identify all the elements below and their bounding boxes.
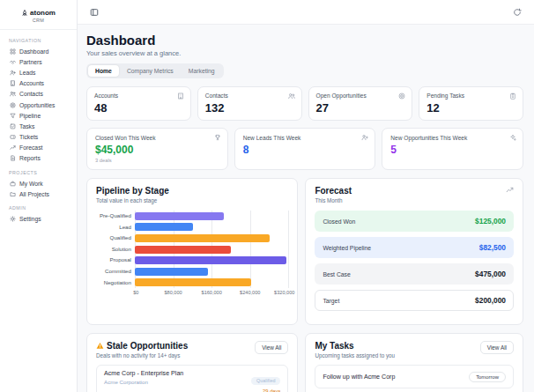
- logo: atonom CRM: [0, 7, 77, 30]
- forecast-row-weighted-pipeline: Weighted Pipeline $82,500: [315, 237, 514, 258]
- sidebar: atonom CRM Navigation Dashboard Partners…: [0, 0, 78, 392]
- folder-icon: [10, 191, 16, 197]
- sidebar-item-tickets[interactable]: Tickets: [7, 132, 70, 143]
- file-icon: [10, 155, 16, 161]
- sidebar-item-reports[interactable]: Reports: [7, 153, 70, 164]
- sidebar-item-tasks[interactable]: Tasks: [7, 121, 70, 131]
- forecast-title: Forecast: [315, 186, 352, 196]
- chart-x-axis: $0 $80,000 $160,000 $240,000 $320,000: [135, 290, 288, 298]
- sidebar-item-pipeline[interactable]: Pipeline: [7, 110, 70, 121]
- chart-bar-committed: [135, 268, 208, 276]
- forecast-row-closed-won: Closed Won $125,000: [315, 211, 514, 232]
- forecast-subtitle: This Month: [315, 197, 352, 203]
- user-plus-icon: [10, 70, 16, 76]
- stage-badge: Qualified: [251, 377, 280, 385]
- view-all-stale-button[interactable]: View All: [255, 341, 288, 354]
- week-stats-row: Closed Won This Week $45,000 3 deals New…: [86, 128, 523, 170]
- app-window: atonom CRM Navigation Dashboard Partners…: [0, 0, 534, 392]
- sidebar-item-opportunities[interactable]: Opportunities: [7, 100, 70, 110]
- page-subtitle: Your sales overview at a glance.: [86, 49, 523, 57]
- tasks-list: Follow up with Acme Corp Tomorrow Prepar…: [315, 365, 514, 392]
- chart-bar-solution: [135, 246, 231, 254]
- bar-chart: Pre-Qualified Lead Qualified Solution Pr…: [96, 211, 288, 288]
- tab-bar: Home Company Metrics Marketing: [86, 63, 224, 78]
- warning-icon: [96, 342, 104, 350]
- users-icon: [10, 91, 16, 97]
- funnel-icon: [10, 113, 16, 119]
- task-row-follow-up[interactable]: Follow up with Acme Corp Tomorrow: [315, 365, 514, 388]
- app-subname: CRM: [4, 18, 73, 23]
- middle-row: Pipeline by Stage Total value in each st…: [86, 178, 523, 325]
- gridline: [288, 211, 289, 288]
- stale-subtitle: Deals with no activity for 14+ days: [96, 352, 188, 359]
- card-closed-won-week: Closed Won This Week $45,000 3 deals: [86, 128, 228, 170]
- card-new-leads-week: New Leads This Week 8: [234, 128, 376, 170]
- stale-row-acme[interactable]: Acme Corp - Enterprise Plan Acme Corpora…: [96, 365, 288, 392]
- chart-category-labels: Pre-Qualified Lead Qualified Solution Pr…: [96, 211, 135, 288]
- main-area: Dashboard Your sales overview at a glanc…: [78, 0, 534, 392]
- card-new-opportunities-week: New Opportunities This Week 5: [382, 128, 523, 170]
- refresh-icon[interactable]: [511, 6, 523, 18]
- sidebar-nav: Navigation Dashboard Partners Leads Acco…: [0, 30, 77, 226]
- forecast-row-target: Target $200,000: [315, 290, 514, 311]
- dashboard-icon: [10, 48, 16, 55]
- stat-card-accounts: Accounts 48: [86, 86, 191, 121]
- topbar: [78, 0, 534, 25]
- pipeline-by-stage-panel: Pipeline by Stage Total value in each st…: [86, 178, 298, 325]
- chart-title: Pipeline by Stage: [96, 186, 288, 196]
- sidebar-item-all-projects[interactable]: All Projects: [7, 189, 70, 199]
- check-square-icon: [10, 123, 16, 129]
- my-tasks-panel: My Tasks Upcoming tasks assigned to you …: [305, 333, 523, 392]
- page-title: Dashboard: [86, 33, 523, 48]
- stat-card-open-opportunities: Open Opportunities 27: [308, 86, 413, 121]
- stat-card-pending-tasks: Pending Tasks 12: [419, 86, 523, 121]
- gear-icon: [10, 216, 16, 222]
- target-icon: [10, 102, 16, 108]
- sparkles-icon: [509, 134, 516, 141]
- chart-bar-lead: [135, 223, 193, 231]
- sidebar-item-accounts[interactable]: Accounts: [7, 78, 70, 89]
- building-icon: [177, 92, 184, 100]
- user-plus-icon: [361, 134, 368, 141]
- chart-plot-area: [135, 211, 288, 288]
- building-icon: [10, 80, 16, 86]
- due-badge: Tomorrow: [469, 372, 506, 382]
- dashboard-content: Dashboard Your sales overview at a glanc…: [78, 25, 534, 392]
- logo-icon: [21, 10, 28, 17]
- sidebar-item-partners[interactable]: Partners: [7, 56, 70, 67]
- projects-section-label: Projects: [9, 170, 70, 175]
- sidebar-item-my-work[interactable]: My Work: [7, 178, 70, 189]
- stale-list: Acme Corp - Enterprise Plan Acme Corpora…: [96, 365, 288, 392]
- forecast-panel: Forecast This Month Closed Won $125,000 …: [305, 178, 523, 325]
- days-stale: 29 days: [251, 388, 280, 392]
- sidebar-item-contacts[interactable]: Contacts: [7, 89, 70, 100]
- ticket-icon: [10, 134, 16, 140]
- stale-title: Stale Opportunities: [107, 341, 188, 351]
- chart-bar-qualified: [135, 234, 270, 242]
- forecast-rows: Closed Won $125,000 Weighted Pipeline $8…: [315, 211, 514, 311]
- sidebar-item-leads[interactable]: Leads: [7, 67, 70, 78]
- sidebar-item-dashboard[interactable]: Dashboard: [7, 46, 70, 56]
- bottom-row: Stale Opportunities Deals with no activi…: [86, 333, 523, 392]
- partners-icon: [10, 59, 16, 65]
- nav-section-label: Navigation: [9, 38, 70, 43]
- admin-section-label: Admin: [9, 205, 70, 211]
- tasks-title: My Tasks: [315, 341, 395, 351]
- clipboard-icon: [509, 92, 516, 100]
- stats-row: Accounts 48 Contacts 132 Open Opportunit…: [86, 86, 523, 121]
- sidebar-item-forecast[interactable]: Forecast: [7, 143, 70, 153]
- tab-home[interactable]: Home: [88, 65, 119, 77]
- panel-toggle-icon[interactable]: [88, 6, 100, 18]
- stale-opportunities-panel: Stale Opportunities Deals with no activi…: [86, 333, 298, 392]
- briefcase-icon: [10, 181, 16, 187]
- trophy-icon: [214, 134, 221, 141]
- forecast-row-best-case: Best Case $475,000: [315, 263, 514, 285]
- tab-marketing[interactable]: Marketing: [182, 65, 222, 77]
- view-all-tasks-button[interactable]: View All: [480, 341, 514, 354]
- app-name: atonom: [30, 9, 56, 17]
- tab-company-metrics[interactable]: Company Metrics: [120, 65, 181, 77]
- stat-card-contacts: Contacts 132: [197, 86, 302, 121]
- trending-up-icon: [506, 186, 514, 194]
- chart-bar-pre-qualified: [135, 212, 224, 220]
- sidebar-item-settings[interactable]: Settings: [7, 213, 70, 224]
